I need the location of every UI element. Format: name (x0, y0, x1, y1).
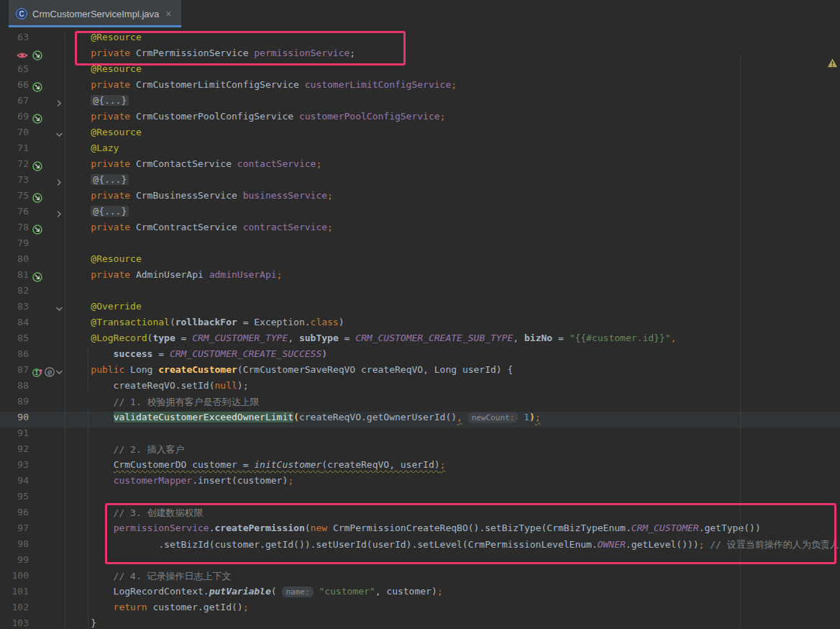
code-text[interactable]: private AdminUserApi adminUserApi; (65, 269, 282, 285)
code-segment: ; (327, 190, 333, 201)
code-line[interactable]: 80 @Resource (0, 253, 840, 269)
code-line[interactable]: 67 @{...} (0, 95, 840, 111)
code-text[interactable]: @Override (65, 301, 142, 317)
code-text[interactable]: .setBizId(customer.getId()).setUserId(us… (65, 538, 839, 554)
code-text[interactable]: @Resource (65, 253, 142, 269)
gutter: 80 (0, 253, 65, 269)
code-line[interactable]: 70 @Resource (0, 127, 840, 142)
code-line[interactable]: private CrmPermissionService permissionS… (0, 47, 840, 63)
fold-chevron-collapsed-icon[interactable] (53, 176, 65, 188)
tab-close-icon[interactable]: × (164, 7, 173, 20)
code-line[interactable]: 102 return customer.getId(); (0, 602, 840, 617)
code-line[interactable]: 84 @Transactional(rollbackFor = Exceptio… (0, 317, 840, 332)
code-line[interactable]: 101 LogRecordContext.putVariable( name: … (0, 586, 840, 602)
code-line[interactable]: 90 validateCustomerExceedOwnerLimit(crea… (0, 412, 840, 427)
code-segment: class (311, 317, 339, 327)
code-text[interactable]: // 4. 记录操作日志上下文 (65, 570, 232, 586)
code-text[interactable]: // 3. 创建数据权限 (65, 507, 204, 522)
code-text[interactable]: private CrmCustomerLimitConfigService cu… (65, 79, 457, 95)
spring-bean-icon[interactable] (32, 160, 43, 172)
inspections-warning-icon[interactable] (827, 58, 838, 68)
code-line[interactable]: 100 // 4. 记录操作日志上下文 (0, 570, 840, 586)
code-text[interactable]: validateCustomerExceedOwnerLimit(createR… (65, 412, 541, 427)
code-line[interactable]: 92 // 2. 插入客户 (0, 443, 840, 459)
code-line[interactable]: 93 CrmCustomerDO customer = initCustomer… (0, 459, 840, 475)
code-line[interactable]: 86 success = CRM_CUSTOMER_CREATE_SUCCESS… (0, 348, 840, 364)
code-line[interactable]: 65 @Resource (0, 63, 840, 79)
code-text[interactable]: @{...} (65, 95, 129, 111)
spring-bean-icon[interactable] (32, 81, 43, 93)
spring-bean-icon[interactable] (32, 271, 43, 283)
code-line[interactable]: 85 @LogRecord(type = CRM_CUSTOMER_TYPE, … (0, 332, 840, 348)
override-impl-icon[interactable]: I (32, 366, 43, 378)
inline-parameter-hint: name: (282, 587, 313, 597)
code-line[interactable]: 87I@ public Long createCustomer(CrmCusto… (0, 364, 840, 380)
spring-bean-icon[interactable] (32, 192, 43, 204)
code-line[interactable]: 94 customerMapper.insert(customer); (0, 475, 840, 491)
code-line[interactable]: 73 @{...} (0, 174, 840, 190)
code-line[interactable]: 79 (0, 237, 840, 253)
code-line[interactable]: 72 private CrmContactService contactServ… (0, 158, 840, 174)
code-text[interactable]: private CrmPermissionService permissionS… (65, 47, 355, 63)
code-text[interactable]: public Long createCustomer(CrmCustomerSa… (65, 364, 513, 380)
code-text[interactable]: @{...} (65, 206, 129, 222)
code-line[interactable]: 98 .setBizId(customer.getId()).setUserId… (0, 538, 840, 554)
spring-bean-icon[interactable] (32, 113, 43, 125)
code-text[interactable]: @{...} (65, 174, 129, 190)
code-text[interactable]: permissionService.createPermission(new C… (65, 522, 761, 538)
code-text[interactable]: private CrmBusinessService businessServi… (65, 190, 333, 206)
code-line[interactable]: 99 (0, 554, 840, 570)
code-text[interactable]: private CrmContractService contractServi… (65, 222, 333, 237)
code-text[interactable]: CrmCustomerDO customer = initCustomer(cr… (65, 459, 445, 475)
watchpoint-eye-icon[interactable] (17, 50, 28, 61)
code-editor[interactable]: 63 @Resource private CrmPermissionServic… (0, 27, 840, 629)
code-text[interactable]: @Transactional(rollbackFor = Exception.c… (65, 317, 344, 332)
fold-chevron-collapsed-icon[interactable] (53, 208, 65, 220)
code-text[interactable]: LogRecordContext.putVariable( name: "cus… (65, 586, 443, 602)
code-line[interactable]: 89 // 1. 校验拥有客户是否到达上限 (0, 396, 840, 412)
code-text[interactable]: } (65, 617, 96, 629)
spring-bean-icon[interactable] (32, 224, 43, 235)
code-text[interactable] (65, 237, 68, 253)
code-text[interactable] (65, 427, 68, 443)
code-line[interactable]: 95 (0, 491, 840, 507)
code-text[interactable]: private CrmCustomerPoolConfigService cus… (65, 111, 445, 127)
code-line[interactable]: 69 private CrmCustomerPoolConfigService … (0, 111, 840, 127)
code-line[interactable]: 63 @Resource (0, 32, 840, 47)
code-line[interactable]: 81 private AdminUserApi adminUserApi; (0, 269, 840, 285)
code-text[interactable]: success = CRM_CUSTOMER_CREATE_SUCCESS) (65, 348, 327, 364)
tab-crmcustomerserviceimpl[interactable]: C CrmCustomerServiceImpl.java × (9, 0, 181, 27)
code-line[interactable]: 75 private CrmBusinessService businessSe… (0, 190, 840, 206)
code-text[interactable]: // 2. 插入客户 (65, 443, 185, 459)
code-text[interactable]: @Resource (65, 127, 142, 142)
code-line[interactable]: 78 private CrmContractService contractSe… (0, 222, 840, 237)
fold-chevron-expanded-icon[interactable] (53, 303, 65, 314)
code-text[interactable]: @Resource (65, 63, 142, 79)
code-line[interactable]: 91 (0, 427, 840, 443)
code-line[interactable]: 103 } (0, 617, 840, 629)
code-segment: bizNo (524, 332, 552, 343)
code-text[interactable]: @LogRecord(type = CRM_CUSTOMER_TYPE, sub… (65, 332, 676, 348)
code-text[interactable]: // 1. 校验拥有客户是否到达上限 (65, 396, 260, 412)
spring-bean-icon[interactable] (32, 50, 43, 61)
code-text[interactable]: @Resource (65, 32, 142, 47)
code-text[interactable] (65, 491, 68, 507)
code-text[interactable]: private CrmContactService contactService… (65, 158, 321, 174)
code-line[interactable]: 82 (0, 285, 840, 301)
fold-chevron-collapsed-icon[interactable] (53, 97, 65, 109)
code-line[interactable]: 97 permissionService.createPermission(ne… (0, 522, 840, 538)
code-text[interactable] (65, 554, 68, 570)
code-line[interactable]: 83 @Override (0, 301, 840, 317)
code-line[interactable]: 76 @{...} (0, 206, 840, 222)
code-text[interactable] (65, 285, 68, 301)
code-text[interactable]: createReqVO.setId(null); (65, 380, 248, 396)
code-text[interactable]: customerMapper.insert(customer); (65, 475, 293, 491)
code-line[interactable]: 88 createReqVO.setId(null); (0, 380, 840, 396)
fold-chevron-expanded-icon[interactable] (53, 366, 65, 378)
code-line[interactable]: 66 private CrmCustomerLimitConfigService… (0, 79, 840, 95)
code-text[interactable]: @Lazy (65, 142, 119, 158)
code-line[interactable]: 96 // 3. 创建数据权限 (0, 507, 840, 522)
fold-chevron-expanded-icon[interactable] (53, 129, 65, 140)
code-line[interactable]: 71 @Lazy (0, 142, 840, 158)
code-text[interactable]: return customer.getId(); (65, 602, 248, 617)
